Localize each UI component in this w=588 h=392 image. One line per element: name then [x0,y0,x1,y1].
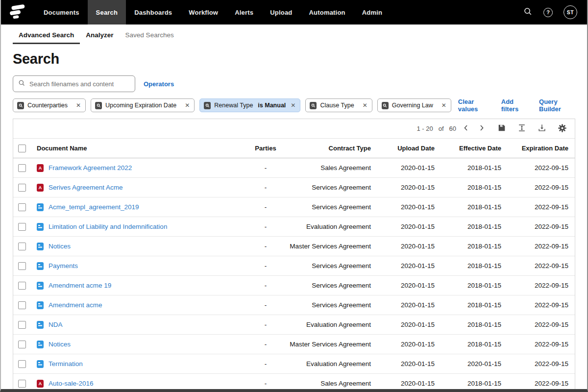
contract-type-cell: Evaluation Agreement [288,321,371,328]
table-row: Amendment acme 19 - Services Agreement 2… [13,276,575,295]
filter-chip-label: Governing Law [392,102,433,109]
document-link[interactable]: Termination [49,360,83,368]
document-link[interactable]: Payments [49,262,78,270]
document-link[interactable]: Serives Agreement Acme [49,184,123,191]
expiration-date-cell: 2022-09-15 [501,223,575,230]
filter-action-link[interactable]: Clear values [458,98,490,113]
table-settings-button[interactable] [556,123,568,135]
filter-chip[interactable]: Renewal Type is Manual ✕ [199,98,300,112]
document-link[interactable]: Amendment acme [49,301,102,309]
table-row: Auto-sale-2016 - Sales Agreement 2020-01… [13,374,575,392]
nav-item-workflow[interactable]: Workflow [180,0,226,24]
remove-chip-icon[interactable]: ✕ [76,102,81,109]
remove-chip-icon[interactable]: ✕ [363,102,368,109]
pdf-file-icon [37,380,44,388]
table-row: Acme_templ_agreement_2019 - Services Agr… [13,197,575,217]
document-link[interactable]: Framework Agreement 2022 [49,164,132,172]
effective-date-cell: 2018-01-15 [435,203,501,211]
table-row: Amendment acme - Services Agreement 2020… [13,295,575,315]
parties-cell: - [244,184,288,191]
filter-action-link[interactable]: Add filters [501,98,528,113]
row-checkbox[interactable] [18,184,26,192]
row-height-button[interactable] [516,123,528,135]
tab-advanced-search[interactable]: Advanced Search [13,24,80,45]
filter-chip[interactable]: Governing Law ✕ [377,98,451,112]
tab-saved-searches[interactable]: Saved Searches [120,24,180,45]
document-link[interactable]: Auto-sale-2016 [49,380,94,387]
search-input-icon [18,79,25,89]
select-all-checkbox[interactable] [18,145,26,152]
document-link[interactable]: NDA [49,321,63,328]
doc-file-icon [37,301,44,309]
user-avatar[interactable]: ST [564,5,577,19]
table-row: Termination - Evaluation Agreement 2020-… [13,354,575,374]
expiration-date-cell: 2022-09-15 [501,282,575,289]
expiration-date-cell: 2022-09-15 [501,321,575,328]
row-checkbox[interactable] [18,164,26,172]
nav-item-search[interactable]: Search [88,0,126,24]
table-body: Framework Agreement 2022 - Sales Agreeme… [13,158,575,392]
global-search-button[interactable] [523,7,533,18]
pdf-file-icon [37,164,44,172]
remove-chip-icon[interactable]: ✕ [291,102,295,109]
upload-date-cell: 2020-01-15 [371,301,435,309]
filter-chip-label: Counterparties [27,102,68,109]
help-button[interactable]: ? [543,8,553,17]
results-panel: 1 - 20 of 60 [13,119,575,392]
contract-type-cell: Services Agreement [288,282,371,289]
expiration-date-cell: 2022-09-15 [501,262,575,270]
nav-item-documents[interactable]: Documents [35,0,88,24]
brand-logo[interactable] [0,0,35,24]
row-checkbox[interactable] [18,243,26,250]
filter-chip[interactable]: Upcoming Expiration Date ✕ [91,98,195,112]
row-checkbox[interactable] [18,341,26,348]
contract-type-cell: Services Agreement [288,262,371,270]
nav-item-admin[interactable]: Admin [354,0,391,24]
pagination-of-label: of [439,125,444,132]
row-checkbox[interactable] [18,321,26,329]
doc-file-icon [37,282,44,290]
prev-page-button[interactable] [460,123,472,135]
document-link[interactable]: Notices [49,243,71,250]
upload-date-cell: 2020-01-15 [371,341,435,348]
save-icon [497,123,506,134]
filter-chip[interactable]: Counterparties ✕ [13,98,86,112]
search-input[interactable] [29,80,130,88]
effective-date-cell: 2020-01-15 [435,360,501,368]
nav-item-alerts[interactable]: Alerts [226,0,262,24]
save-search-button[interactable] [496,123,508,135]
effective-date-cell: 2018-01-15 [435,301,501,309]
remove-chip-icon[interactable]: ✕ [185,102,190,109]
filter-doc-search-icon [17,102,24,109]
remove-chip-icon[interactable]: ✕ [441,102,446,109]
row-checkbox[interactable] [18,203,26,211]
parties-cell: - [244,282,288,289]
row-checkbox[interactable] [18,223,26,231]
tab-analyzer[interactable]: Analyzer [80,24,119,45]
document-link[interactable]: Notices [49,341,71,348]
upload-date-cell: 2020-01-15 [371,243,435,250]
nav-item-upload[interactable]: Upload [262,0,300,24]
document-link[interactable]: Limitation of Liability and Indemnificat… [49,223,167,230]
nav-item-dashboards[interactable]: Dashboards [126,0,180,24]
row-checkbox[interactable] [18,282,26,290]
filter-chip[interactable]: Clause Type ✕ [305,98,372,112]
filter-action-link[interactable]: Query Builder [539,98,575,113]
help-icon: ? [543,8,553,17]
doc-file-icon [37,203,44,211]
document-link[interactable]: Amendment acme 19 [49,282,111,289]
page-title: Search [13,51,588,67]
filter-chip-value: is Manual [258,102,286,109]
document-link[interactable]: Acme_templ_agreement_2019 [49,203,139,211]
column-expiration-date: Expiration Date [501,145,575,152]
parties-cell: - [244,203,288,211]
row-checkbox[interactable] [18,360,26,368]
download-button[interactable] [536,123,548,135]
row-checkbox[interactable] [18,380,26,388]
row-checkbox[interactable] [18,301,26,309]
row-checkbox[interactable] [18,262,26,270]
nav-item-automation[interactable]: Automation [300,0,353,24]
operators-link[interactable]: Operators [144,80,174,88]
next-page-button[interactable] [476,123,488,135]
column-effective-date: Effective Date [435,145,501,152]
